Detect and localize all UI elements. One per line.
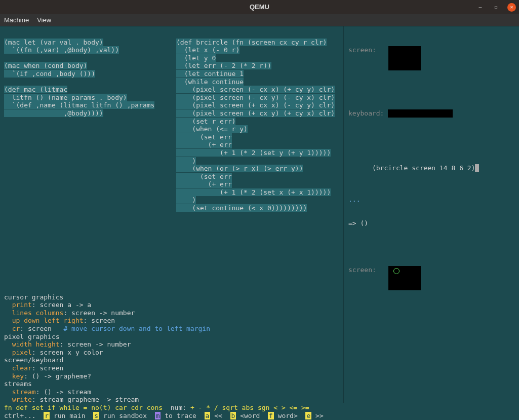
code-line: (let continue 1 xyxy=(176,70,244,78)
help-fn: key xyxy=(12,372,24,380)
key-m[interactable]: m xyxy=(155,412,161,419)
code-line: (while continue xyxy=(176,78,244,86)
code-line: (let y 0 xyxy=(176,54,216,62)
code-line: (pixel screen (+ cx y) (+ cy x) clr) xyxy=(176,109,335,117)
key-a-label: << xyxy=(214,412,222,419)
cursor-icon xyxy=(475,164,479,172)
num-ops: + - * / sqrt abs sgn < > <= >= xyxy=(190,404,309,411)
repl-input[interactable]: (brcircle screen 14 8 6 2) xyxy=(372,164,475,172)
help-sig: : stream grapheme -> stream xyxy=(32,396,139,403)
key-m-label: to trace xyxy=(165,412,196,419)
help-reference: cursor graphics print: screen a -> a lin… xyxy=(4,285,210,404)
help-fn: width height xyxy=(12,340,60,348)
code-line: (let err (- 2 (* 2 r)) xyxy=(176,62,271,69)
screen-label: screen: xyxy=(348,46,376,54)
code-column-right: (def brcircle (fn (screen cx cy r clr) (… xyxy=(176,30,335,212)
key-b[interactable]: b xyxy=(230,412,236,419)
menu-view[interactable]: View xyxy=(37,16,51,24)
num-label: num: xyxy=(163,404,190,411)
code-line: `(if ,cond ,body ())) xyxy=(4,70,95,78)
code-line: (pixel screen (- cx x) (+ cy y) clr) xyxy=(176,86,335,93)
help-heading: streams xyxy=(4,380,32,388)
window-controls: — ◻ ✕ xyxy=(476,3,516,12)
code-line: (def brcircle (fn (screen cx cy r clr) xyxy=(176,39,327,46)
titlebar: QEMU — ◻ ✕ xyxy=(0,0,519,14)
key-f[interactable]: f xyxy=(268,412,274,419)
code-line: (mac when (cond body) xyxy=(4,62,87,69)
screen-label: screen: xyxy=(348,266,376,274)
minimize-icon[interactable]: — xyxy=(476,3,485,12)
code-line: (+ 1 (* 2 (set x (+ x 1))))) xyxy=(176,188,331,196)
help-fn: lines columns xyxy=(12,309,64,317)
help-sig: : screen -> number xyxy=(63,309,135,317)
screen-output-initial xyxy=(388,46,421,70)
keyboard-label: keyboard: xyxy=(348,109,384,118)
help-heading: pixel graphics xyxy=(4,333,60,340)
code-line: (set err xyxy=(176,133,232,141)
help-sig: : screen xyxy=(32,364,64,372)
help-heading: cursor graphics xyxy=(4,293,63,301)
maximize-icon[interactable]: ◻ xyxy=(492,3,500,12)
ctrl-prefix: ctrl+... xyxy=(4,412,36,419)
code-line: (pixel screen (- cx y) (- cy x) clr) xyxy=(176,94,335,101)
code-line: (when (or (> r x) (> err y)) xyxy=(176,165,303,172)
code-line: (let x (- 0 r) xyxy=(176,46,239,54)
help-sig: : screen xyxy=(20,325,63,332)
help-fn: write xyxy=(12,396,32,403)
vertical-separator xyxy=(343,26,344,403)
code-line: ) xyxy=(176,196,196,204)
menubar: Machine View xyxy=(0,14,519,26)
code-line: (+ err xyxy=(176,180,232,188)
help-fn: clear xyxy=(12,364,32,372)
key-s[interactable]: s xyxy=(93,412,99,419)
window-title: QEMU xyxy=(250,3,269,11)
key-r-label: run main xyxy=(54,412,86,419)
key-a[interactable]: a xyxy=(205,412,211,419)
help-fn: cr xyxy=(12,325,20,332)
key-f-label: word> xyxy=(278,412,298,419)
keyboard-input-box[interactable] xyxy=(388,109,453,118)
code-line: litfn () (name params . body) xyxy=(4,94,127,101)
help-sig: : screen x y color xyxy=(32,349,103,356)
code-line: (set err xyxy=(176,173,232,180)
menu-machine[interactable]: Machine xyxy=(4,16,29,24)
help-fn: stream xyxy=(12,388,36,396)
help-comment: # move cursor down and to left margin xyxy=(63,325,210,332)
sandbox-panel: screen: keyboard: (brcircle screen 14 8 … xyxy=(348,30,479,306)
code-line: (set continue (< x 0))))))))) xyxy=(176,204,307,212)
key-e[interactable]: e xyxy=(305,412,311,419)
help-sig: : () -> stream xyxy=(36,388,92,396)
terminal-content: (mac let (var val . body) `((fn (,var) ,… xyxy=(0,26,519,420)
key-b-label: <word xyxy=(240,412,260,419)
close-icon[interactable]: ✕ xyxy=(507,3,516,12)
code-column-left: (mac let (var val . body) `((fn (,var) ,… xyxy=(4,30,154,118)
help-sig: : screen a -> a xyxy=(32,301,91,309)
code-line: `(def ,name (litmac litfn () ,params xyxy=(4,101,154,109)
help-fn: pixel xyxy=(12,349,32,356)
repl-dots: ... xyxy=(348,196,479,204)
circle-icon xyxy=(393,268,400,274)
help-heading: screen/keyboard xyxy=(4,356,63,364)
repl-result: => () xyxy=(348,219,479,227)
help-sig: : () -> grapheme? xyxy=(24,372,91,380)
key-e-label: >> xyxy=(315,412,324,419)
builtins-line: fn def set if while = no(t) car cdr cons… xyxy=(4,404,309,412)
key-r[interactable]: r xyxy=(44,412,50,419)
code-line: ,@body)))) xyxy=(4,109,103,117)
shortcut-bar: ctrl+... r run main s run sandbox m to t… xyxy=(4,412,324,420)
code-line: (when (<= r y) xyxy=(176,125,248,133)
code-line: (def mac (litmac xyxy=(4,86,67,93)
builtins: fn def set if while = no(t) car cdr cons xyxy=(4,404,163,411)
code-line: (+ err xyxy=(176,141,232,148)
code-line: (+ 1 (* 2 (set y (+ y 1))))) xyxy=(176,149,331,157)
code-line: (set r err) xyxy=(176,118,235,125)
help-sig: : screen xyxy=(84,317,115,324)
code-line: ) xyxy=(176,157,196,165)
code-line: `((fn (,var) ,@body) ,val)) xyxy=(4,46,119,54)
code-line: (pixel screen (+ cx x) (- cy y) clr) xyxy=(176,101,335,109)
code-line: (mac let (var val . body) xyxy=(4,39,103,46)
help-sig: : screen -> number xyxy=(60,340,131,348)
help-fn: up down left right xyxy=(12,317,84,324)
help-fn: print xyxy=(12,301,32,309)
screen-output-result xyxy=(388,266,421,290)
